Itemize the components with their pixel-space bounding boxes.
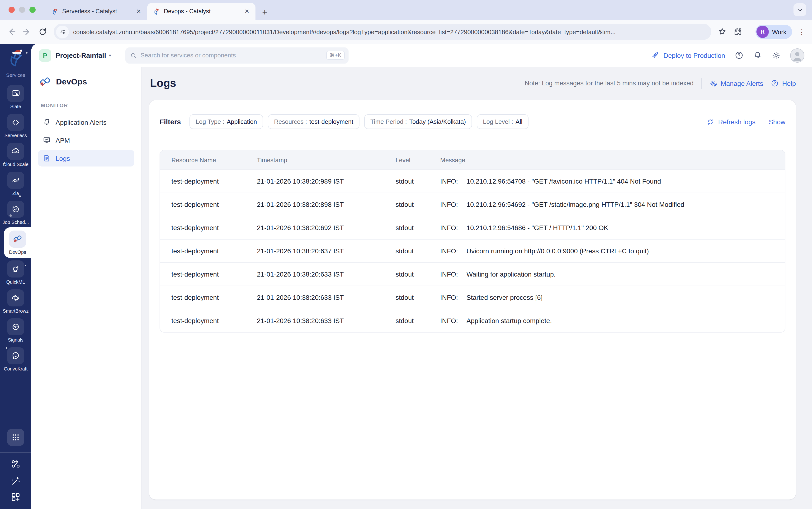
rail-item-devops[interactable]: DevOps xyxy=(4,227,31,258)
deploy-to-production-button[interactable]: Deploy to Production xyxy=(651,51,725,60)
logs-card: Filters Log Type : Application Resources… xyxy=(149,100,796,500)
search-icon xyxy=(130,52,137,59)
rail-item-zia[interactable]: Zia xyxy=(0,169,31,198)
filter-chip-log-level[interactable]: Log Level : All xyxy=(477,114,529,129)
back-button[interactable] xyxy=(7,27,16,37)
quickml-icon xyxy=(7,261,24,277)
new-tab-button[interactable]: + xyxy=(262,8,267,16)
window-controls[interactable] xyxy=(8,7,36,13)
cell-resource-name: test-deployment xyxy=(160,247,257,255)
manage-alerts-gear-icon xyxy=(709,79,717,87)
log-table-row[interactable]: test-deployment 21-01-2026 10:38:20:633 … xyxy=(160,285,785,309)
user-avatar[interactable] xyxy=(790,48,804,62)
tab-search-button[interactable] xyxy=(793,3,806,16)
rail-item-convokraft[interactable]: ConvoKraft xyxy=(0,345,31,374)
cell-message: INFO: 10.210.12.96:54692 - "GET /static/… xyxy=(440,201,785,208)
tab-title: Serverless - Catalyst xyxy=(62,8,131,15)
site-settings-icon[interactable] xyxy=(56,25,69,38)
cell-level: stdout xyxy=(396,294,440,301)
filter-chip-time-period[interactable]: Time Period : Today (Asia/Kolkata) xyxy=(364,114,472,129)
log-table-row[interactable]: test-deployment 21-01-2026 10:38:20:633 … xyxy=(160,262,785,285)
devops-icon xyxy=(39,76,51,88)
browser-menu-icon[interactable]: ⋮ xyxy=(798,28,805,35)
flow-pipeline-icon[interactable] xyxy=(10,459,21,469)
log-table-row[interactable]: test-deployment 21-01-2026 10:38:20:637 … xyxy=(160,239,785,262)
log-table-row[interactable]: test-deployment 21-01-2026 10:38:20:633 … xyxy=(160,309,785,332)
extensions-puzzle-icon[interactable] xyxy=(733,27,743,37)
profile-name: Work xyxy=(769,28,791,35)
deploy-label: Deploy to Production xyxy=(663,52,725,59)
project-caret-icon[interactable]: ▾ xyxy=(109,53,111,58)
signals-icon xyxy=(7,318,24,335)
sidebar-item-logs[interactable]: Logs xyxy=(38,150,134,167)
header-divider xyxy=(701,78,701,89)
devops-icon xyxy=(9,231,26,248)
browser-tab-devops[interactable]: Devops - Catalyst ✕ xyxy=(147,3,255,20)
browser-toolbar: console.catalyst.zoho.in/baas/6006181769… xyxy=(0,20,812,44)
cell-resource-name: test-deployment xyxy=(160,270,257,278)
global-search-input[interactable]: Search for services or components ⌘+K xyxy=(125,47,348,63)
forward-button[interactable] xyxy=(22,27,32,37)
browser-profile[interactable]: R Work xyxy=(755,25,792,39)
project-name[interactable]: Project-Rainfall xyxy=(56,52,106,59)
cell-resource-name: test-deployment xyxy=(160,177,257,185)
cell-timestamp: 21-01-2026 10:38:20:637 IST xyxy=(257,247,396,255)
bookmark-star-icon[interactable] xyxy=(718,27,727,37)
all-apps-grid-icon[interactable] xyxy=(7,429,24,446)
search-placeholder: Search for services or components xyxy=(140,52,322,59)
help-button[interactable]: Help xyxy=(771,79,796,87)
cell-timestamp: 21-01-2026 10:38:20:633 IST xyxy=(257,294,396,301)
reload-button[interactable] xyxy=(38,27,48,37)
sidebar-item-apm[interactable]: APM xyxy=(38,132,134,148)
refresh-logs-button[interactable]: Refresh logs xyxy=(707,118,755,126)
rail-item-slate[interactable]: Slate xyxy=(0,82,31,111)
rail-item-cloud-scale[interactable]: Cloud Scale xyxy=(0,140,31,169)
log-message-text: Uvicorn running on http://0.0.0.0:9000 (… xyxy=(467,247,649,255)
tab-close-icon[interactable]: ✕ xyxy=(135,8,143,15)
show-button[interactable]: Show xyxy=(769,118,785,126)
cell-level: stdout xyxy=(396,270,440,278)
log-table-row[interactable]: test-deployment 21-01-2026 10:38:20:692 … xyxy=(160,216,785,239)
magic-wand-icon[interactable] xyxy=(10,475,21,486)
cell-level: stdout xyxy=(396,201,440,208)
url-text[interactable]: console.catalyst.zoho.in/baas/6006181769… xyxy=(73,28,706,35)
log-message-text: Waiting for application startup. xyxy=(467,270,556,278)
slate-icon xyxy=(7,85,24,102)
zoom-window-button[interactable] xyxy=(29,7,36,13)
manage-alerts-button[interactable]: Manage Alerts xyxy=(709,79,763,87)
convokraft-icon xyxy=(7,347,24,364)
cell-level: stdout xyxy=(396,247,440,255)
cell-message: INFO: Started server process [6] xyxy=(440,294,785,301)
cell-message: INFO: Waiting for application startup. xyxy=(440,270,785,278)
rail-item-job-scheduling[interactable]: Job Sched... xyxy=(0,198,31,227)
log-table-row[interactable]: test-deployment 21-01-2026 10:38:20:989 … xyxy=(160,169,785,193)
log-level-prefix: INFO: xyxy=(440,294,458,301)
browser-tab-serverless[interactable]: Serverless - Catalyst ✕ xyxy=(45,3,147,20)
minimize-window-button[interactable] xyxy=(19,7,25,13)
address-bar[interactable]: console.catalyst.zoho.in/baas/6006181769… xyxy=(54,24,711,40)
settings-gear-icon[interactable] xyxy=(772,51,781,60)
log-table-body: test-deployment 21-01-2026 10:38:20:989 … xyxy=(160,169,785,332)
filter-chip-log-type[interactable]: Log Type : Application xyxy=(189,114,263,129)
help-circle-icon[interactable] xyxy=(735,51,744,60)
notifications-bell-icon[interactable] xyxy=(753,51,762,60)
add-widget-icon[interactable] xyxy=(10,492,21,502)
tab-close-icon[interactable]: ✕ xyxy=(243,8,251,15)
cloud-scale-icon xyxy=(7,143,24,160)
rail-item-serverless[interactable]: Serverless xyxy=(0,111,31,140)
apm-monitor-icon xyxy=(43,136,51,144)
log-message-text: 10.210.12.96:54686 - "GET / HTTP/1.1" 20… xyxy=(467,224,608,232)
log-message-text: Application startup complete. xyxy=(467,317,552,325)
catalyst-logo[interactable] xyxy=(6,48,26,67)
log-table-row[interactable]: test-deployment 21-01-2026 10:38:20:898 … xyxy=(160,193,785,216)
cell-timestamp: 21-01-2026 10:38:20:898 IST xyxy=(257,201,396,208)
rocket-icon xyxy=(651,51,660,60)
filter-chip-resources[interactable]: Resources : test-deployment xyxy=(268,114,360,129)
sidebar-item-application-alerts[interactable]: Application Alerts xyxy=(38,114,134,131)
panel-title: DevOps xyxy=(56,77,87,87)
rail-item-quickml[interactable]: QuickML xyxy=(0,258,31,287)
rail-item-signals[interactable]: Signals xyxy=(0,316,31,345)
close-window-button[interactable] xyxy=(8,7,15,13)
alerts-bell-icon xyxy=(43,118,51,126)
rail-item-smartbrowz[interactable]: SmartBrowz xyxy=(0,287,31,316)
